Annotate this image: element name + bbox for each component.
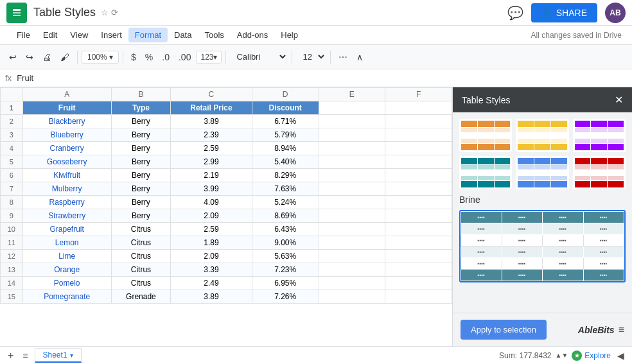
cell-e-empty[interactable] [319, 223, 385, 236]
cell-fruit[interactable]: Gooseberry [22, 155, 111, 169]
formula-input[interactable] [17, 73, 627, 83]
cell-discount[interactable]: 6.95% [252, 277, 319, 290]
cell-type[interactable]: Citrus [111, 236, 170, 250]
panel-menu-icon[interactable]: ≡ [619, 324, 624, 336]
cell-e-empty[interactable] [319, 115, 385, 128]
apply-to-selection-button[interactable]: Apply to selection [461, 320, 547, 340]
style-thumb-blue[interactable] [516, 156, 568, 189]
menu-format[interactable]: Format [128, 28, 168, 42]
explore-button[interactable]: ★ Explore [572, 351, 611, 361]
cell-f-empty[interactable] [385, 263, 452, 277]
cell-price[interactable]: 2.59 [171, 142, 252, 155]
cell-fruit[interactable]: Strawberry [22, 209, 111, 223]
cell-f-empty[interactable] [385, 128, 452, 142]
cell-type[interactable]: Citrus [111, 263, 170, 277]
cell-price[interactable]: 1.89 [171, 236, 252, 250]
cell-e-empty[interactable] [319, 277, 385, 290]
menu-view[interactable]: View [64, 28, 94, 42]
cell-price[interactable]: 3.99 [171, 182, 252, 196]
brine-preview[interactable]: ▪▪▪▪ ▪▪▪▪ ▪▪▪▪ ▪▪▪▪ ▪▪▪▪ ▪▪▪▪ ▪▪▪▪ ▪▪▪▪ … [459, 210, 626, 282]
cell-type[interactable]: Berry [111, 196, 170, 209]
cell-discount[interactable]: 5.63% [252, 250, 319, 263]
sum-expand-button[interactable]: ▲▼ [556, 352, 568, 359]
cell-fruit[interactable]: Lime [22, 250, 111, 263]
header-e-empty[interactable] [319, 101, 385, 115]
collapse-toolbar-button[interactable]: ∧ [353, 49, 367, 65]
cell-type[interactable]: Berry [111, 155, 170, 169]
cell-e-empty[interactable] [319, 142, 385, 155]
menu-addons[interactable]: Add-ons [231, 28, 274, 42]
style-thumb-orange[interactable] [459, 119, 512, 152]
menu-file[interactable]: File [10, 28, 37, 42]
cell-e-empty[interactable] [319, 182, 385, 196]
cell-price[interactable]: 2.09 [171, 250, 252, 263]
sheet-tab-sheet1[interactable]: Sheet1 ▾ [35, 348, 82, 363]
print-button[interactable]: 🖨 [39, 49, 55, 65]
style-thumb-yellow[interactable] [516, 119, 568, 152]
header-fruit[interactable]: Fruit [22, 101, 111, 115]
cell-f-empty[interactable] [385, 236, 452, 250]
redo-button[interactable]: ↪ [22, 49, 37, 65]
cell-price[interactable]: 2.19 [171, 169, 252, 182]
zoom-select[interactable]: 100% ▾ [82, 51, 119, 64]
cell-e-empty[interactable] [319, 169, 385, 182]
cell-discount[interactable]: 7.23% [252, 263, 319, 277]
sheet-list-button[interactable]: ≡ [20, 349, 30, 362]
cell-price[interactable]: 2.99 [171, 155, 252, 169]
cell-discount[interactable]: 8.94% [252, 142, 319, 155]
cell-price[interactable]: 2.39 [171, 128, 252, 142]
cell-type[interactable]: Citrus [111, 277, 170, 290]
cell-e-empty[interactable] [319, 155, 385, 169]
cell-e-empty[interactable] [319, 290, 385, 304]
format-paint-button[interactable]: 🖌 [57, 49, 73, 65]
cell-price[interactable]: 2.09 [171, 209, 252, 223]
col-header-d[interactable]: D [252, 88, 319, 101]
cell-price[interactable]: 4.09 [171, 196, 252, 209]
cell-discount[interactable]: 7.63% [252, 182, 319, 196]
panel-collapse-button[interactable]: ◀ [615, 349, 627, 362]
menu-insert[interactable]: Insert [94, 28, 128, 42]
cell-e-empty[interactable] [319, 209, 385, 223]
header-discount[interactable]: Discount [252, 101, 319, 115]
cell-fruit[interactable]: Mulberry [22, 182, 111, 196]
style-thumb-teal[interactable] [459, 156, 512, 189]
menu-edit[interactable]: Edit [37, 28, 64, 42]
style-thumb-red[interactable] [573, 156, 626, 189]
cell-discount[interactable]: 5.40% [252, 155, 319, 169]
col-header-f[interactable]: F [385, 88, 452, 101]
cell-f-empty[interactable] [385, 169, 452, 182]
currency-button[interactable]: $ [127, 49, 140, 65]
menu-tools[interactable]: Tools [198, 28, 230, 42]
cell-type[interactable]: Berry [111, 182, 170, 196]
cell-type[interactable]: Grenade [111, 290, 170, 304]
style-thumb-purple[interactable] [573, 119, 626, 152]
col-header-b[interactable]: B [111, 88, 170, 101]
cell-discount[interactable]: 6.43% [252, 223, 319, 236]
header-type[interactable]: Type [111, 101, 170, 115]
cell-type[interactable]: Berry [111, 209, 170, 223]
cell-fruit[interactable]: Blueberry [22, 128, 111, 142]
col-header-a[interactable]: A [22, 88, 111, 101]
cell-type[interactable]: Berry [111, 128, 170, 142]
share-button[interactable]: 👤 SHARE [531, 3, 597, 22]
cell-fruit[interactable]: Raspberry [22, 196, 111, 209]
add-sheet-button[interactable]: + [5, 349, 16, 363]
font-size-select[interactable]: 12 [296, 49, 326, 64]
cell-fruit[interactable]: Blackberry [22, 115, 111, 128]
comments-button[interactable]: 💬 [507, 5, 523, 21]
cell-f-empty[interactable] [385, 142, 452, 155]
cell-discount[interactable]: 8.29% [252, 169, 319, 182]
cell-e-empty[interactable] [319, 263, 385, 277]
cell-price[interactable]: 3.89 [171, 290, 252, 304]
number-format-button[interactable]: 123▾ [196, 51, 222, 64]
star-icon[interactable]: ☆ [101, 8, 109, 17]
cell-price[interactable]: 3.39 [171, 263, 252, 277]
cell-fruit[interactable]: Kiwifruit [22, 169, 111, 182]
sheet-tab-dropdown[interactable]: ▾ [70, 352, 73, 359]
cell-e-empty[interactable] [319, 196, 385, 209]
cell-discount[interactable]: 5.24% [252, 196, 319, 209]
cell-fruit[interactable]: Lemon [22, 236, 111, 250]
cell-e-empty[interactable] [319, 128, 385, 142]
cell-fruit[interactable]: Pomegranate [22, 290, 111, 304]
font-select[interactable]: Calibri [230, 49, 288, 64]
